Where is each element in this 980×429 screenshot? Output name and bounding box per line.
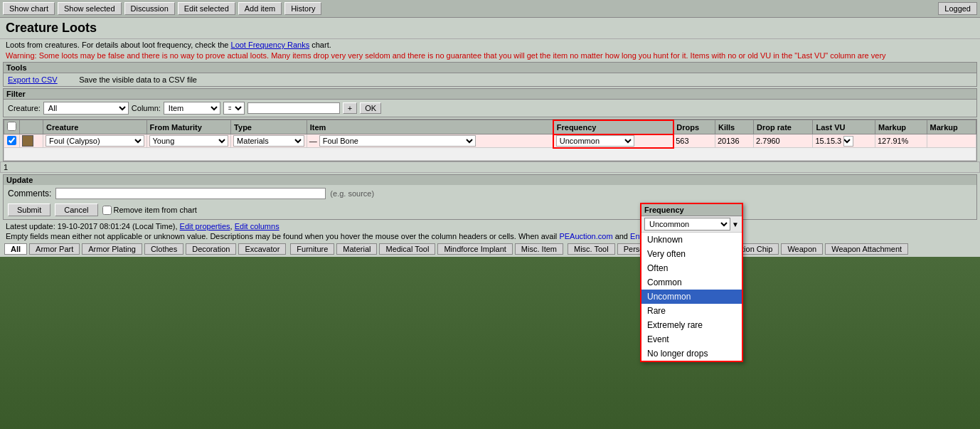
freq-option-extremely-rare[interactable]: Extremely rare xyxy=(641,318,742,332)
lastvu-select[interactable]: ▼ xyxy=(843,136,853,147)
history-button[interactable]: History xyxy=(284,2,321,15)
latest-update-bar: Latest update: 19-10-2017 08:01:24 (Loca… xyxy=(0,221,980,231)
table-row: Foul (Calypso) Young Materials — xyxy=(4,134,976,148)
row-drops-cell: 563 xyxy=(673,134,715,148)
edit-columns-link[interactable]: Edit columns xyxy=(235,222,279,231)
show-chart-button[interactable]: Show chart xyxy=(3,2,55,15)
item-row-select[interactable]: Foul Bone xyxy=(319,135,476,147)
row-markup-cell: 127.91% xyxy=(875,134,927,148)
cat-misc-item[interactable]: Misc. Item xyxy=(515,243,563,255)
cat-excavator[interactable]: Excavator xyxy=(238,243,286,255)
row-maturity-cell: Young xyxy=(147,134,231,148)
comments-input[interactable] xyxy=(55,188,326,199)
row-droprate-cell: 2.7960 xyxy=(754,134,813,148)
col-kills[interactable]: Kills xyxy=(715,120,753,134)
update-buttons: Submit Cancel Remove item from chart xyxy=(4,202,976,219)
op-select[interactable]: = xyxy=(223,102,245,115)
col-markup2[interactable]: Markup xyxy=(927,120,976,134)
freq-option-common[interactable]: Common xyxy=(641,275,742,290)
freq-dropdown-select[interactable]: Uncommon xyxy=(644,218,730,231)
filter-add-button[interactable]: + xyxy=(343,102,357,114)
submit-button[interactable]: Submit xyxy=(8,203,50,216)
col-drop-rate[interactable]: Drop rate xyxy=(754,120,813,134)
page-description: Loots from creatures. For details about … xyxy=(0,39,980,51)
cat-decoration[interactable]: Decoration xyxy=(186,243,236,255)
freq-option-often[interactable]: Often xyxy=(641,261,742,275)
col-frequency[interactable]: Frequency xyxy=(553,120,673,134)
cat-all[interactable]: All xyxy=(4,243,27,255)
cat-mindforce-implant[interactable]: Mindforce Implant xyxy=(437,243,512,255)
cat-medical-tool[interactable]: Medical Tool xyxy=(379,243,435,255)
col-last-vu[interactable]: Last VU xyxy=(813,120,875,134)
category-tabs: All Armor Part Armor Plating Clothes Dec… xyxy=(0,241,980,257)
cat-material[interactable]: Material xyxy=(336,243,377,255)
remove-chart-label: Remove item from chart xyxy=(102,206,197,215)
data-table-wrapper: Creature From Maturity Type Item Frequen… xyxy=(3,119,977,161)
row-type-cell: Materials xyxy=(231,134,307,148)
comments-label: Comments: xyxy=(8,189,51,198)
freq-option-no-longer-drops[interactable]: No longer drops xyxy=(641,346,742,361)
frequency-dropdown-popup: Frequency Uncommon ▼ Unknown Very often … xyxy=(640,203,743,362)
cat-furniture[interactable]: Furniture xyxy=(290,243,334,255)
edit-selected-button[interactable]: Edit selected xyxy=(178,2,235,15)
col-from-maturity[interactable]: From Maturity xyxy=(147,120,231,134)
col-icon xyxy=(20,120,43,134)
row-icon-cell xyxy=(20,134,43,148)
filter-title: Filter xyxy=(4,89,976,100)
col-creature[interactable]: Creature xyxy=(43,120,147,134)
row-checkbox[interactable] xyxy=(7,136,16,145)
freq-dropdown-select-row: Uncommon ▼ xyxy=(641,216,742,233)
freq-option-event[interactable]: Event xyxy=(641,332,742,346)
add-item-button[interactable]: Add item xyxy=(238,2,282,15)
cat-misc-tool[interactable]: Misc. Tool xyxy=(568,243,615,255)
cat-clothes[interactable]: Clothes xyxy=(144,243,183,255)
freq-option-very-often[interactable]: Very often xyxy=(641,247,742,261)
col-item[interactable]: Item xyxy=(307,120,553,134)
cat-weapon[interactable]: Weapon xyxy=(781,243,823,255)
cancel-button[interactable]: Cancel xyxy=(55,203,97,216)
filter-section: Filter Creature: All Column: Item = + OK xyxy=(3,88,977,117)
maturity-row-select[interactable]: Young xyxy=(149,135,229,147)
latest-update-note: Empty fields mean either not applicable … xyxy=(0,231,980,241)
tools-title: Tools xyxy=(4,63,976,73)
cat-armor-part[interactable]: Armor Part xyxy=(29,243,80,255)
creature-row-select[interactable]: Foul (Calypso) xyxy=(46,135,144,147)
row-kills-cell: 20136 xyxy=(715,134,753,148)
export-csv-link[interactable]: Export to CSV xyxy=(8,75,58,84)
discussion-button[interactable]: Discussion xyxy=(124,2,175,15)
remove-chart-checkbox[interactable] xyxy=(102,206,112,215)
column-select[interactable]: Item xyxy=(164,102,220,115)
cat-weapon-attachment[interactable]: Weapon Attachment xyxy=(825,243,908,255)
toolbar: Show chart Show selected Discussion Edit… xyxy=(0,0,980,18)
column-label: Column: xyxy=(132,104,161,112)
edit-properties-link[interactable]: Edit properties xyxy=(180,222,230,231)
col-type[interactable]: Type xyxy=(231,120,307,134)
creature-icon xyxy=(22,135,33,147)
creature-select[interactable]: All xyxy=(43,102,129,115)
show-selected-button[interactable]: Show selected xyxy=(58,2,122,15)
lastvu-value: 15.15.3 xyxy=(815,137,841,145)
freq-option-rare[interactable]: Rare xyxy=(641,304,742,318)
freq-option-uncommon[interactable]: Uncommon xyxy=(641,290,742,304)
filter-ok-button[interactable]: OK xyxy=(360,102,381,114)
row-checkbox-cell[interactable] xyxy=(4,134,20,148)
col-checkbox[interactable] xyxy=(4,120,20,134)
type-row-select[interactable]: Materials xyxy=(233,135,304,147)
cat-armor-plating[interactable]: Armor Plating xyxy=(82,243,142,255)
row-creature-cell: Foul (Calypso) xyxy=(43,134,147,148)
select-all-checkbox[interactable] xyxy=(7,122,16,131)
table-empty-row xyxy=(4,148,976,161)
freq-option-unknown[interactable]: Unknown xyxy=(641,233,742,247)
pe-auction-link[interactable]: PEAuction.com xyxy=(559,232,612,240)
col-markup[interactable]: Markup xyxy=(875,120,927,134)
freq-dropdown-arrow[interactable]: ▼ xyxy=(730,221,739,228)
data-table: Creature From Maturity Type Item Frequen… xyxy=(4,120,976,161)
loot-freq-link[interactable]: Loot Frequency Ranks xyxy=(231,41,310,49)
creature-label: Creature: xyxy=(8,104,41,112)
export-desc: Save the visible data to a CSV file xyxy=(79,75,197,84)
tools-section: Tools Export to CSV Save the visible dat… xyxy=(3,62,977,87)
tools-content: Export to CSV Save the visible data to a… xyxy=(4,73,976,86)
col-drops[interactable]: Drops xyxy=(673,120,715,134)
frequency-row-select[interactable]: Uncommon xyxy=(556,135,634,147)
filter-value-input[interactable] xyxy=(247,102,340,114)
